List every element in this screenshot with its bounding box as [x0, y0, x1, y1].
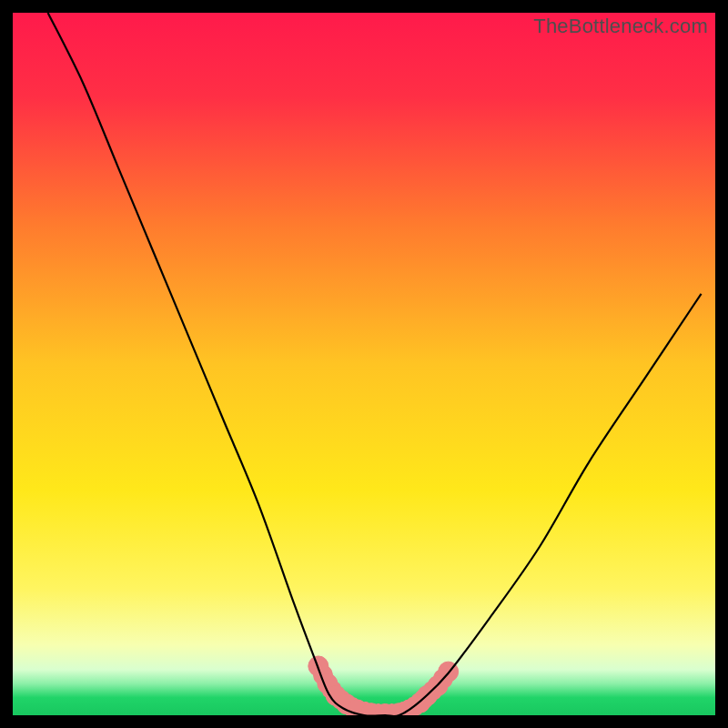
chart-plot [13, 13, 715, 715]
chart-frame: TheBottleneck.com [13, 13, 715, 715]
bottleneck-curve [48, 13, 702, 715]
